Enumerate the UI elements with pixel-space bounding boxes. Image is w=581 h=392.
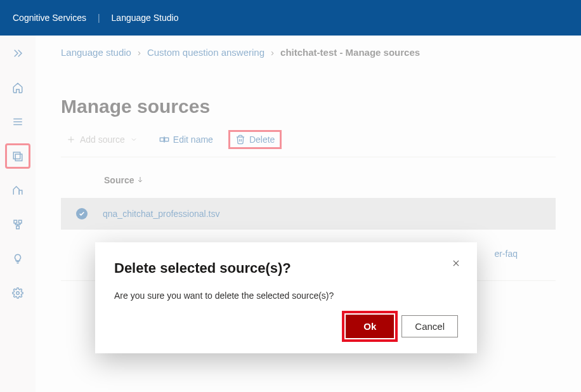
left-nav [0,36,36,392]
delete-confirm-dialog: Delete selected source(s)? Are you sure … [95,242,477,353]
sources-icon[interactable] [6,145,29,167]
toolbar: Add source Edit name Delete [61,130,556,157]
expand-icon[interactable] [6,42,29,65]
chevron-right-icon: › [138,47,141,58]
cancel-button[interactable]: Cancel [401,315,458,337]
bulb-icon[interactable] [6,247,29,270]
svg-rect-4 [15,154,22,161]
svg-rect-3 [13,152,20,159]
plus-icon [66,134,76,145]
svg-rect-11 [160,138,164,141]
ok-button[interactable]: Ok [346,315,394,338]
studio-name-link[interactable]: Language Studio [112,13,179,23]
chevron-right-icon: › [271,47,274,58]
deploy-icon[interactable] [6,213,29,236]
delete-button[interactable]: Delete [228,130,282,149]
breadcrumb-link-cqa[interactable]: Custom question answering [147,47,264,58]
add-source-label: Add source [80,134,125,145]
dialog-body: Are you sure you want to delete the sele… [114,291,458,301]
sort-down-icon [136,175,144,185]
dialog-actions: Ok Cancel [114,315,458,338]
list-icon[interactable] [6,110,29,133]
source-name[interactable]: qna_chitchat_professional.tsv [103,209,219,219]
svg-rect-7 [16,226,20,229]
source-name-partial: er-faq [494,249,518,259]
close-icon[interactable] [452,259,460,270]
page-title: Manage sources [61,96,556,117]
trash-icon [235,134,245,145]
svg-point-8 [16,292,20,295]
svg-rect-6 [19,220,22,223]
delete-label: Delete [249,134,275,145]
column-header-source[interactable]: Source [61,175,556,185]
chevron-down-icon [129,134,139,145]
breadcrumb-link-studio[interactable]: Language studio [61,47,131,58]
top-bar: Cognitive Services | Language Studio [0,0,581,36]
home-icon[interactable] [6,76,29,99]
breadcrumb: Language studio › Custom question answer… [61,47,556,58]
svg-rect-12 [164,138,168,141]
rename-icon [159,134,169,145]
topbar-separator: | [98,13,100,23]
breadcrumb-current: chitchat-test - Manage sources [280,47,420,58]
app-name-link[interactable]: Cognitive Services [13,13,86,23]
building-icon[interactable] [6,179,29,202]
column-header-label: Source [104,175,134,185]
dialog-title: Delete selected source(s)? [114,260,458,277]
svg-rect-5 [14,220,17,223]
edit-name-button[interactable]: Edit name [154,132,218,147]
gear-icon[interactable] [6,282,29,304]
edit-name-label: Edit name [173,134,213,145]
table-row[interactable]: qna_chitchat_professional.tsv [61,198,556,230]
check-icon[interactable] [76,208,88,219]
add-source-button[interactable]: Add source [61,132,144,147]
